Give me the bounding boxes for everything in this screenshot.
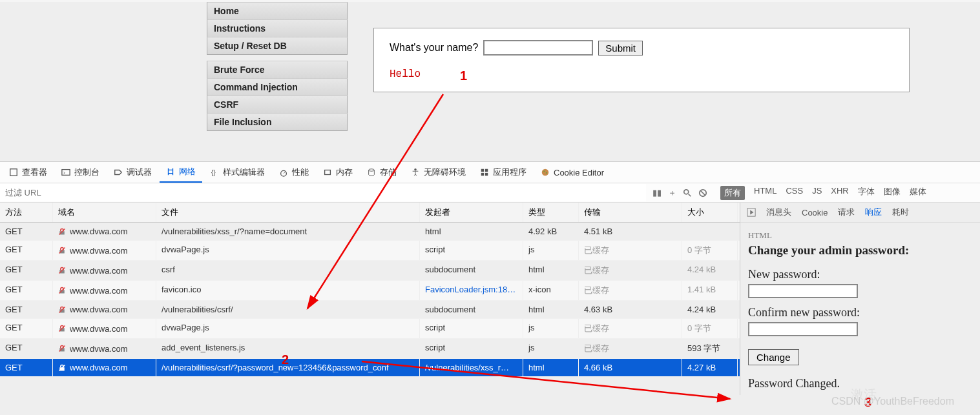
filter-url-input[interactable] (0, 184, 646, 201)
cell-transfer: 已缓存 (579, 261, 682, 280)
cookie-icon (541, 168, 550, 177)
add-icon[interactable]: ＋ (668, 187, 676, 199)
col-type[interactable]: 类型 (523, 203, 579, 222)
change-button[interactable]: Change (748, 349, 799, 365)
filter-xhr[interactable]: XHR (831, 186, 848, 200)
col-initiator[interactable]: 发起者 (420, 203, 523, 222)
resp-tab-timing[interactable]: 耗时 (892, 207, 909, 218)
tab-debugger[interactable]: 调试器 (107, 163, 158, 182)
cell-transfer: 已缓存 (579, 241, 682, 260)
cell-method: GET (0, 223, 53, 240)
tab-performance[interactable]: 性能 (273, 163, 315, 182)
cell-file: dvwaPage.js (156, 241, 420, 260)
new-password-label: New password: (748, 268, 972, 281)
tab-memory[interactable]: 内存 (317, 163, 359, 182)
cell-file: csrf (156, 261, 420, 280)
cell-type: html (523, 359, 579, 376)
cell-size: 4.24 kB (682, 301, 738, 318)
svg-rect-9 (481, 169, 484, 172)
svg-point-15 (546, 172, 547, 174)
cell-domain: www.dvwa.com (53, 301, 156, 318)
cell-size: 0 字节 (682, 241, 738, 260)
table-row[interactable]: GETwww.dvwa.comfavicon.icoFaviconLoader.… (0, 281, 740, 301)
name-input[interactable] (483, 40, 593, 56)
cell-domain: www.dvwa.com (53, 241, 156, 260)
confirm-password-input[interactable] (748, 322, 858, 336)
filter-all[interactable]: 所有 (720, 186, 745, 200)
svg-rect-10 (485, 169, 488, 172)
tab-style[interactable]: {}样式编辑器 (203, 163, 271, 182)
cell-type: html (523, 301, 579, 318)
table-row[interactable]: GETwww.dvwa.com/vulnerabilities/xss_r/?n… (0, 223, 740, 241)
play-icon[interactable] (747, 208, 756, 217)
table-row[interactable]: GETwww.dvwa.comdvwaPage.jsscriptjs已缓存0 字… (0, 319, 740, 339)
col-domain[interactable]: 域名 (53, 203, 156, 222)
cell-method: GET (0, 359, 53, 376)
cell-transfer: 4.66 kB (579, 359, 682, 376)
resp-tab-request[interactable]: 请求 (838, 207, 855, 218)
tab-network[interactable]: 网络 (160, 162, 202, 183)
cell-type: js (523, 319, 579, 338)
submit-button[interactable] (598, 41, 643, 56)
sidebar-item-setup[interactable]: Setup / Reset DB (207, 37, 348, 55)
table-row[interactable]: GETwww.dvwa.comcsrfsubdocumenthtml已缓存4.2… (0, 261, 740, 281)
cell-domain: www.dvwa.com (53, 339, 156, 358)
cell-domain: www.dvwa.com (53, 261, 156, 280)
block-icon[interactable] (698, 188, 707, 197)
tab-app[interactable]: 应用程序 (474, 163, 533, 182)
table-row[interactable]: GETwww.dvwa.comdvwaPage.jsscriptjs已缓存0 字… (0, 241, 740, 261)
tab-a11y[interactable]: 无障碍环境 (404, 163, 472, 182)
table-row[interactable]: GETwww.dvwa.com/vulnerabilities/csrf/sub… (0, 301, 740, 319)
network-filter-bar: ▮▮ ＋ 所有 HTML CSS JS XHR 字体 图像 媒体 (0, 183, 980, 203)
search-icon[interactable] (683, 188, 692, 197)
cell-transfer: 已缓存 (579, 339, 682, 358)
sidebar-item-fileinclusion[interactable]: File Inclusion (207, 113, 348, 131)
pause-icon[interactable]: ▮▮ (652, 188, 662, 197)
tab-inspector[interactable]: 查看器 (3, 163, 54, 182)
resp-html-label: HTML (748, 228, 972, 243)
xss-form-panel: What's your name? Hello (373, 28, 910, 92)
cell-file: favicon.ico (156, 281, 420, 300)
filter-media[interactable]: 媒体 (910, 186, 926, 200)
insecure-lock-icon (58, 287, 66, 294)
filter-js[interactable]: JS (812, 186, 822, 200)
insecure-lock-icon (58, 345, 66, 352)
table-row[interactable]: GETwww.dvwa.com/vulnerabilities/csrf/?pa… (0, 359, 740, 377)
col-file[interactable]: 文件 (156, 203, 420, 222)
annotation-1: 1 (460, 68, 467, 83)
sidebar-item-csrf[interactable]: CSRF (207, 96, 348, 114)
col-method[interactable]: 方法 (0, 203, 53, 222)
sidebar-item-instructions[interactable]: Instructions (207, 19, 348, 37)
table-row[interactable]: GETwww.dvwa.comadd_event_listeners.jsscr… (0, 339, 740, 359)
cell-domain: www.dvwa.com (53, 281, 156, 300)
debugger-icon (114, 168, 123, 177)
cell-method: GET (0, 319, 53, 338)
resp-tab-headers[interactable]: 消息头 (766, 207, 791, 218)
filter-html[interactable]: HTML (754, 186, 777, 200)
cell-initiator: FaviconLoader.jsm:18… (420, 281, 523, 300)
filter-image[interactable]: 图像 (884, 186, 901, 200)
col-transfer[interactable]: 传输 (579, 203, 682, 222)
cell-file: /vulnerabilities/csrf/ (156, 301, 420, 318)
svg-rect-3 (62, 170, 70, 176)
new-password-input[interactable] (748, 284, 858, 298)
svg-point-16 (684, 189, 689, 194)
tab-cookie-editor[interactable]: Cookie Editor (534, 164, 610, 181)
resp-tab-cookies[interactable]: Cookie (802, 208, 828, 218)
insecure-lock-icon (58, 267, 66, 274)
cell-size: 0 字节 (682, 319, 738, 338)
network-table: 方法 域名 文件 发起者 类型 传输 大小 GETwww.dvwa.com/vu… (0, 203, 740, 395)
resp-tab-response[interactable]: 响应 (865, 207, 882, 218)
sidebar-item-home[interactable]: Home (207, 2, 348, 20)
tab-storage[interactable]: 存储 (360, 163, 403, 182)
cell-method: GET (0, 261, 53, 280)
a11y-icon (411, 168, 420, 177)
cell-domain: www.dvwa.com (53, 223, 156, 240)
cell-transfer: 4.63 kB (579, 301, 682, 318)
col-size[interactable]: 大小 (682, 203, 738, 222)
filter-font[interactable]: 字体 (858, 186, 875, 200)
sidebar-item-commandinjection[interactable]: Command Injection (207, 78, 348, 96)
filter-css[interactable]: CSS (786, 186, 803, 200)
sidebar-item-bruteforce[interactable]: Brute Force (207, 61, 348, 79)
tab-console[interactable]: 控制台 (55, 163, 106, 182)
